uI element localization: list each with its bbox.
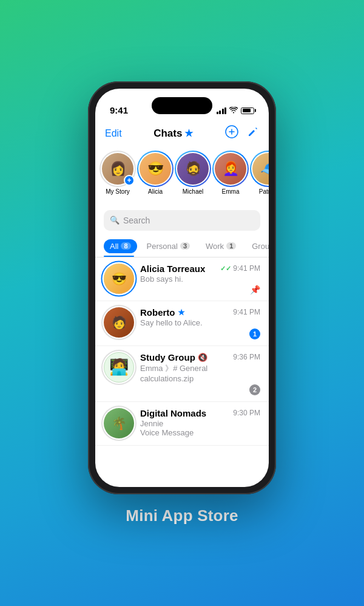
- chat-avatar-digitalnomads: 🌴: [104, 408, 134, 438]
- chat-content-alicia: Alicia Torreaux ✓✓ 9:41 PM Bob says hi. …: [140, 264, 260, 294]
- chat-preview: Bob says hi.: [140, 274, 260, 284]
- chat-name: Roberto ★: [140, 307, 185, 318]
- add-story-badge: +: [124, 175, 135, 186]
- muted-icon: 🔇: [198, 353, 207, 362]
- chat-preview: Jennie: [140, 419, 260, 428]
- chat-avatar-studygroup: 🧑‍💻: [104, 352, 134, 383]
- chat-name: Digital Nomads: [140, 408, 206, 418]
- chat-preview-2: calculations.zip: [140, 374, 260, 383]
- nav-actions: [225, 125, 259, 141]
- tab-all-badge: 8: [121, 242, 130, 250]
- story-label: My Story: [106, 188, 129, 196]
- chat-time: 9:41 PM: [233, 264, 260, 273]
- story-avatar: 😎: [140, 153, 171, 185]
- chat-item-studygroup[interactable]: 🧑‍💻 Study Group 🔇 9:36 PM Emma 》# Genera…: [95, 346, 269, 402]
- tab-personal-badge: 3: [180, 242, 190, 250]
- wifi-icon: [229, 106, 238, 115]
- read-receipt-icon: ✓✓: [220, 265, 231, 273]
- tab-work-badge: 1: [226, 242, 236, 250]
- nav-bar: Edit Chats ★: [95, 120, 269, 147]
- chat-avatar-alicia: 😎: [104, 264, 134, 294]
- story-item-my-story[interactable]: 👩 + My Story: [101, 152, 134, 196]
- page-title: Chats ★: [153, 128, 193, 140]
- chat-content-roberto: Roberto ★ 9:41 PM Say hello to Alice. 1: [140, 307, 260, 339]
- story-item-michael[interactable]: 🧔 Michael: [177, 152, 209, 196]
- story-item-emma[interactable]: 👩‍🦰 Emma: [214, 152, 247, 196]
- chat-preview: Emma 》# General: [140, 363, 260, 374]
- tab-groups[interactable]: Groups 2: [246, 239, 269, 253]
- chat-list: 😎 Alicia Torreaux ✓✓ 9:41 PM Bob says hi…: [95, 257, 269, 487]
- story-avatar: 🧔: [177, 153, 209, 185]
- bottom-label-text: Mini App Store: [126, 506, 238, 525]
- tab-all[interactable]: All 8: [104, 239, 137, 253]
- search-placeholder: Search: [123, 216, 150, 225]
- chat-name: Alicia Torreaux: [140, 264, 205, 274]
- story-avatar: 👩‍🦰: [215, 153, 246, 185]
- chat-name: Study Group 🔇: [140, 352, 207, 363]
- dynamic-island: [152, 97, 212, 114]
- chat-time: 9:30 PM: [233, 409, 260, 417]
- signal-bars-icon: [217, 107, 227, 114]
- pin-icon: 📌: [250, 285, 260, 294]
- status-icons: [217, 106, 255, 117]
- story-label: Emma: [222, 188, 240, 196]
- active-tab-underline: [104, 256, 134, 257]
- story-item-alicia[interactable]: 😎 Alicia: [139, 152, 172, 196]
- stories-row: 👩 + My Story 😎 Alicia 🧔 Michael: [95, 147, 269, 208]
- chat-time: 9:36 PM: [233, 353, 260, 361]
- compose-button[interactable]: [247, 126, 259, 141]
- story-label: Alicia: [148, 188, 163, 196]
- unread-badge: 2: [249, 384, 260, 395]
- tab-personal[interactable]: Personal 3: [141, 239, 196, 253]
- edit-button[interactable]: Edit: [105, 128, 122, 139]
- chat-content-digitalnomads: Digital Nomads 9:30 PM Jennie Voice Mess…: [140, 408, 260, 437]
- bottom-label: Mini App Store: [126, 506, 238, 525]
- story-label: Michael: [183, 188, 203, 196]
- filter-tabs: All 8 Personal 3 Work 1 Groups 2 Chan: [95, 236, 269, 257]
- chat-item-digitalnomads[interactable]: 🌴 Digital Nomads 9:30 PM Jennie Voice Me…: [95, 402, 269, 446]
- chat-preview: Say hello to Alice.: [140, 318, 260, 327]
- unread-badge: 1: [249, 329, 260, 339]
- roberto-star-icon: ★: [178, 308, 185, 317]
- chat-content-studygroup: Study Group 🔇 9:36 PM Emma 》# General ca…: [140, 352, 260, 395]
- search-bar[interactable]: 🔍 Search: [104, 210, 260, 231]
- chat-item-roberto[interactable]: 🧑 Roberto ★ 9:41 PM Say hello to Alice. …: [95, 301, 269, 346]
- tab-work[interactable]: Work 1: [200, 239, 242, 253]
- chat-preview-2: Voice Message: [140, 428, 260, 437]
- phone-screen: 9:41: [95, 89, 269, 487]
- add-chat-button[interactable]: [225, 125, 238, 141]
- search-icon: 🔍: [110, 216, 120, 225]
- chat-item-alicia[interactable]: 😎 Alicia Torreaux ✓✓ 9:41 PM Bob says hi…: [95, 257, 269, 301]
- title-star-icon: ★: [184, 128, 193, 139]
- status-time: 9:41: [110, 105, 128, 117]
- chat-avatar-roberto: 🧑: [104, 307, 134, 338]
- phone-shell: 9:41: [88, 81, 276, 494]
- chat-time: 9:41 PM: [233, 308, 260, 316]
- story-label: Patrick: [259, 188, 269, 196]
- battery-icon: [241, 107, 254, 114]
- story-item-patrick[interactable]: 🧢 Patrick: [252, 152, 269, 196]
